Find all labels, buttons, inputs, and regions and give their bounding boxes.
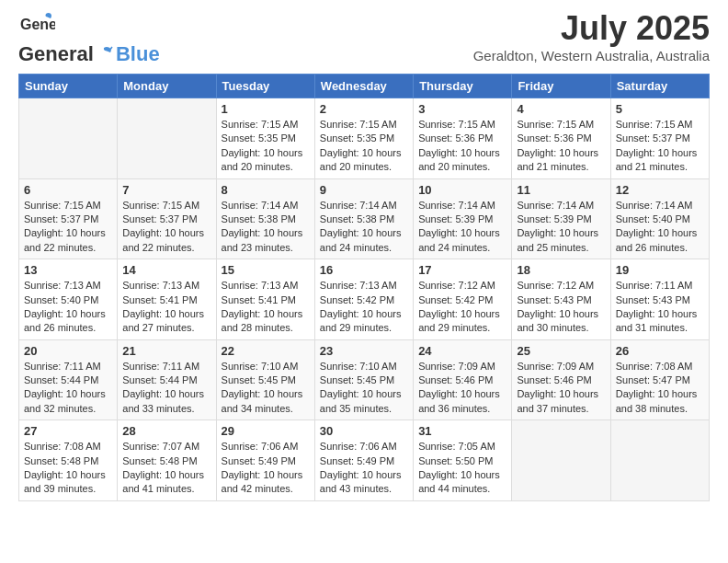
calendar-day-cell: 6Sunrise: 7:15 AM Sunset: 5:37 PM Daylig… xyxy=(19,178,118,259)
weekday-header: Monday xyxy=(118,75,216,98)
day-number: 13 xyxy=(24,263,112,277)
day-detail: Sunrise: 7:11 AM Sunset: 5:44 PM Dayligh… xyxy=(122,360,210,417)
weekday-header: Tuesday xyxy=(216,75,314,98)
page-header: General General Blue July 2025 Geraldton… xyxy=(18,9,710,66)
day-number: 2 xyxy=(320,102,408,116)
day-detail: Sunrise: 7:13 AM Sunset: 5:42 PM Dayligh… xyxy=(320,279,408,336)
day-detail: Sunrise: 7:06 AM Sunset: 5:49 PM Dayligh… xyxy=(222,440,310,497)
calendar-day-cell: 21Sunrise: 7:11 AM Sunset: 5:44 PM Dayli… xyxy=(118,339,216,420)
day-detail: Sunrise: 7:15 AM Sunset: 5:36 PM Dayligh… xyxy=(418,118,506,175)
calendar-day-cell: 1Sunrise: 7:15 AM Sunset: 5:35 PM Daylig… xyxy=(216,98,314,179)
calendar-day-cell: 12Sunrise: 7:14 AM Sunset: 5:40 PM Dayli… xyxy=(610,178,709,259)
calendar-day-cell xyxy=(512,420,610,501)
day-number: 22 xyxy=(222,344,310,358)
logo: General General Blue xyxy=(18,9,160,66)
day-detail: Sunrise: 7:13 AM Sunset: 5:41 PM Dayligh… xyxy=(222,279,310,336)
day-detail: Sunrise: 7:14 AM Sunset: 5:38 PM Dayligh… xyxy=(222,199,310,256)
day-detail: Sunrise: 7:08 AM Sunset: 5:48 PM Dayligh… xyxy=(24,440,112,497)
day-number: 19 xyxy=(616,263,704,277)
calendar-day-cell: 25Sunrise: 7:09 AM Sunset: 5:46 PM Dayli… xyxy=(512,339,610,420)
day-detail: Sunrise: 7:08 AM Sunset: 5:47 PM Dayligh… xyxy=(616,360,704,417)
day-detail: Sunrise: 7:13 AM Sunset: 5:41 PM Dayligh… xyxy=(122,279,210,336)
day-detail: Sunrise: 7:09 AM Sunset: 5:46 PM Dayligh… xyxy=(517,360,605,417)
logo-bird-icon xyxy=(95,44,115,64)
calendar-week-row: 6Sunrise: 7:15 AM Sunset: 5:37 PM Daylig… xyxy=(19,178,710,259)
day-detail: Sunrise: 7:15 AM Sunset: 5:35 PM Dayligh… xyxy=(222,118,310,175)
day-number: 10 xyxy=(418,183,506,197)
calendar-day-cell: 23Sunrise: 7:10 AM Sunset: 5:45 PM Dayli… xyxy=(314,339,413,420)
day-detail: Sunrise: 7:06 AM Sunset: 5:49 PM Dayligh… xyxy=(320,440,408,497)
day-detail: Sunrise: 7:15 AM Sunset: 5:37 PM Dayligh… xyxy=(616,118,704,175)
day-number: 25 xyxy=(517,344,605,358)
day-number: 1 xyxy=(222,102,310,116)
calendar-day-cell: 18Sunrise: 7:12 AM Sunset: 5:43 PM Dayli… xyxy=(512,259,610,340)
calendar-day-cell: 5Sunrise: 7:15 AM Sunset: 5:37 PM Daylig… xyxy=(610,98,709,179)
calendar-day-cell: 20Sunrise: 7:11 AM Sunset: 5:44 PM Dayli… xyxy=(19,339,118,420)
day-detail: Sunrise: 7:09 AM Sunset: 5:46 PM Dayligh… xyxy=(418,360,506,417)
day-number: 5 xyxy=(616,102,704,116)
day-number: 20 xyxy=(24,344,112,358)
weekday-header: Wednesday xyxy=(314,75,413,98)
calendar-day-cell xyxy=(610,420,709,501)
calendar-day-cell: 26Sunrise: 7:08 AM Sunset: 5:47 PM Dayli… xyxy=(610,339,709,420)
day-detail: Sunrise: 7:13 AM Sunset: 5:40 PM Dayligh… xyxy=(24,279,112,336)
calendar-day-cell xyxy=(118,98,216,179)
calendar-day-cell: 19Sunrise: 7:11 AM Sunset: 5:43 PM Dayli… xyxy=(610,259,709,340)
calendar-week-row: 27Sunrise: 7:08 AM Sunset: 5:48 PM Dayli… xyxy=(19,420,710,501)
calendar-week-row: 20Sunrise: 7:11 AM Sunset: 5:44 PM Dayli… xyxy=(19,339,710,420)
calendar-day-cell: 29Sunrise: 7:06 AM Sunset: 5:49 PM Dayli… xyxy=(216,420,314,501)
day-number: 6 xyxy=(24,183,112,197)
calendar-day-cell: 30Sunrise: 7:06 AM Sunset: 5:49 PM Dayli… xyxy=(314,420,413,501)
day-detail: Sunrise: 7:11 AM Sunset: 5:43 PM Dayligh… xyxy=(616,279,704,336)
day-detail: Sunrise: 7:12 AM Sunset: 5:43 PM Dayligh… xyxy=(517,279,605,336)
calendar-day-cell: 7Sunrise: 7:15 AM Sunset: 5:37 PM Daylig… xyxy=(118,178,216,259)
svg-text:General: General xyxy=(20,17,55,32)
day-number: 11 xyxy=(517,183,605,197)
day-number: 24 xyxy=(418,344,506,358)
day-detail: Sunrise: 7:15 AM Sunset: 5:36 PM Dayligh… xyxy=(517,118,605,175)
day-detail: Sunrise: 7:15 AM Sunset: 5:37 PM Dayligh… xyxy=(122,199,210,256)
day-number: 21 xyxy=(122,344,210,358)
day-detail: Sunrise: 7:05 AM Sunset: 5:50 PM Dayligh… xyxy=(418,440,506,497)
calendar-day-cell: 2Sunrise: 7:15 AM Sunset: 5:35 PM Daylig… xyxy=(314,98,413,179)
weekday-header: Sunday xyxy=(19,75,118,98)
day-number: 18 xyxy=(517,263,605,277)
calendar-day-cell: 15Sunrise: 7:13 AM Sunset: 5:41 PM Dayli… xyxy=(216,259,314,340)
day-number: 14 xyxy=(122,263,210,277)
day-detail: Sunrise: 7:15 AM Sunset: 5:35 PM Dayligh… xyxy=(320,118,408,175)
day-detail: Sunrise: 7:11 AM Sunset: 5:44 PM Dayligh… xyxy=(24,360,112,417)
day-number: 27 xyxy=(24,424,112,438)
day-detail: Sunrise: 7:12 AM Sunset: 5:42 PM Dayligh… xyxy=(418,279,506,336)
calendar-day-cell: 13Sunrise: 7:13 AM Sunset: 5:40 PM Dayli… xyxy=(19,259,118,340)
calendar-week-row: 1Sunrise: 7:15 AM Sunset: 5:35 PM Daylig… xyxy=(19,98,710,179)
calendar-header-row: SundayMondayTuesdayWednesdayThursdayFrid… xyxy=(19,75,710,98)
calendar-day-cell: 4Sunrise: 7:15 AM Sunset: 5:36 PM Daylig… xyxy=(512,98,610,179)
calendar-day-cell: 10Sunrise: 7:14 AM Sunset: 5:39 PM Dayli… xyxy=(414,178,512,259)
month-title: July 2025 xyxy=(473,9,710,48)
calendar-day-cell: 14Sunrise: 7:13 AM Sunset: 5:41 PM Dayli… xyxy=(118,259,216,340)
weekday-header: Saturday xyxy=(610,75,709,98)
calendar-day-cell: 31Sunrise: 7:05 AM Sunset: 5:50 PM Dayli… xyxy=(414,420,512,501)
calendar-day-cell: 8Sunrise: 7:14 AM Sunset: 5:38 PM Daylig… xyxy=(216,178,314,259)
day-number: 31 xyxy=(418,424,506,438)
day-number: 28 xyxy=(122,424,210,438)
day-number: 7 xyxy=(122,183,210,197)
calendar-week-row: 13Sunrise: 7:13 AM Sunset: 5:40 PM Dayli… xyxy=(19,259,710,340)
day-number: 12 xyxy=(616,183,704,197)
day-detail: Sunrise: 7:07 AM Sunset: 5:48 PM Dayligh… xyxy=(122,440,210,497)
day-number: 29 xyxy=(222,424,310,438)
calendar-day-cell: 11Sunrise: 7:14 AM Sunset: 5:39 PM Dayli… xyxy=(512,178,610,259)
logo-general: General xyxy=(18,42,94,66)
weekday-header: Friday xyxy=(512,75,610,98)
day-detail: Sunrise: 7:14 AM Sunset: 5:39 PM Dayligh… xyxy=(418,199,506,256)
calendar-day-cell: 17Sunrise: 7:12 AM Sunset: 5:42 PM Dayli… xyxy=(414,259,512,340)
day-number: 23 xyxy=(320,344,408,358)
calendar-day-cell xyxy=(19,98,118,179)
day-number: 15 xyxy=(222,263,310,277)
day-detail: Sunrise: 7:14 AM Sunset: 5:39 PM Dayligh… xyxy=(517,199,605,256)
calendar-day-cell: 22Sunrise: 7:10 AM Sunset: 5:45 PM Dayli… xyxy=(216,339,314,420)
day-number: 30 xyxy=(320,424,408,438)
calendar-day-cell: 24Sunrise: 7:09 AM Sunset: 5:46 PM Dayli… xyxy=(414,339,512,420)
title-block: July 2025 Geraldton, Western Australia, … xyxy=(473,9,710,63)
calendar-day-cell: 27Sunrise: 7:08 AM Sunset: 5:48 PM Dayli… xyxy=(19,420,118,501)
